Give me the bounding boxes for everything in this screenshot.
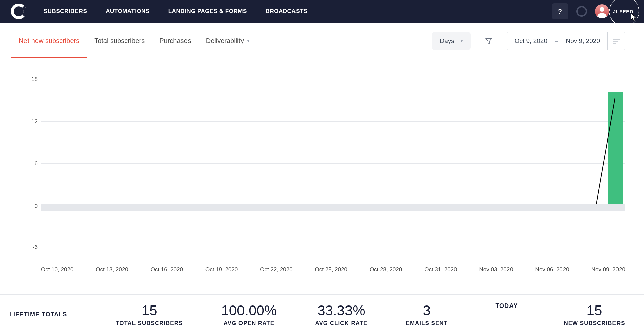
x-tick: Oct 22, 2020	[260, 266, 292, 273]
stat-avg-open-rate: 100.00% AVG OPEN RATE	[221, 302, 277, 327]
nav-automations[interactable]: AUTOMATIONS	[106, 8, 149, 15]
stat-emails-sent: 3 EMAILS SENT	[406, 302, 448, 327]
tab-deliverability-label: Deliverability	[206, 37, 244, 45]
gridline: 18	[41, 79, 625, 79]
nav-broadcasts[interactable]: BROADCASTS	[266, 8, 308, 15]
svg-rect-4	[613, 43, 616, 44]
stat-avg-click-rate: 33.33% AVG CLICK RATE	[315, 302, 367, 327]
stat-value: 33.33%	[315, 302, 367, 319]
nav-links: SUBSCRIBERS AUTOMATIONS LANDING PAGES & …	[44, 8, 552, 15]
loading-icon	[576, 6, 587, 17]
gridline: 12	[41, 121, 625, 122]
tab-deliverability[interactable]: Deliverability ▾	[206, 24, 249, 57]
stat-label: AVG CLICK RATE	[315, 320, 367, 327]
stat-value: 15	[564, 302, 625, 319]
feed-label: JI FEED	[613, 9, 633, 14]
stat-new-subscribers: 15 NEW SUBSCRIBERS	[564, 302, 625, 327]
x-tick: Oct 13, 2020	[96, 266, 128, 273]
date-separator: –	[555, 37, 558, 45]
y-tick: -6	[25, 244, 38, 251]
gridline: 6	[41, 163, 625, 164]
stat-label: TOTAL SUBSCRIBERS	[116, 320, 183, 327]
date-start: Oct 9, 2020	[507, 37, 555, 45]
help-button[interactable]: ?	[552, 3, 568, 19]
svg-line-5	[596, 98, 615, 204]
y-tick: 18	[25, 76, 38, 83]
nav-subscribers[interactable]: SUBSCRIBERS	[44, 8, 87, 15]
top-nav: SUBSCRIBERS AUTOMATIONS LANDING PAGES & …	[0, 0, 644, 23]
x-tick: Nov 06, 2020	[535, 266, 569, 273]
x-tick: Oct 19, 2020	[205, 266, 238, 273]
lifetime-stats: 15 TOTAL SUBSCRIBERS 100.00% AVG OPEN RA…	[97, 302, 467, 327]
line-segment	[596, 98, 615, 204]
logo-icon	[11, 4, 26, 19]
x-axis: Oct 10, 2020 Oct 13, 2020 Oct 16, 2020 O…	[41, 266, 625, 273]
sub-nav: Net new subscribers Total subscribers Pu…	[0, 23, 644, 59]
chevron-down-icon: ▾	[461, 39, 463, 43]
x-tick: Oct 25, 2020	[315, 266, 347, 273]
stat-label: EMAILS SENT	[406, 320, 448, 327]
toolbar-controls: Days ▾ Oct 9, 2020 – Nov 9, 2020	[432, 32, 625, 50]
chevron-down-icon: ▾	[247, 39, 249, 43]
sort-button[interactable]	[607, 32, 625, 50]
x-tick: Nov 09, 2020	[591, 266, 625, 273]
svg-rect-3	[613, 41, 618, 42]
today-label: TODAY	[495, 302, 518, 327]
app-logo[interactable]	[11, 3, 27, 19]
days-dropdown[interactable]: Days ▾	[432, 32, 470, 50]
x-tick: Oct 16, 2020	[151, 266, 183, 273]
nav-right: ? JI FEED	[552, 3, 633, 19]
filter-button[interactable]	[481, 32, 497, 50]
avatar-icon	[595, 4, 609, 18]
date-range-picker[interactable]: Oct 9, 2020 – Nov 9, 2020	[507, 32, 625, 50]
tab-total-subscribers[interactable]: Total subscribers	[94, 24, 145, 57]
y-tick: 6	[25, 160, 38, 167]
today-stats: TODAY 15 NEW SUBSCRIBERS	[467, 302, 635, 327]
stat-value: 15	[116, 302, 183, 319]
bars-icon	[613, 38, 620, 44]
stat-value: 100.00%	[221, 302, 277, 319]
stat-value: 3	[406, 302, 448, 319]
x-tick: Nov 03, 2020	[479, 266, 513, 273]
bar-track	[41, 204, 625, 211]
x-tick: Oct 28, 2020	[370, 266, 402, 273]
tab-purchases[interactable]: Purchases	[159, 24, 191, 57]
days-label: Days	[440, 37, 454, 45]
y-tick: 0	[25, 203, 38, 210]
tab-net-new-subscribers[interactable]: Net new subscribers	[19, 24, 79, 57]
nav-landing-pages-forms[interactable]: LANDING PAGES & FORMS	[168, 8, 247, 15]
stats-bar: LIFETIME TOTALS 15 TOTAL SUBSCRIBERS 100…	[0, 294, 644, 334]
x-tick: Oct 31, 2020	[424, 266, 457, 273]
tabs: Net new subscribers Total subscribers Pu…	[19, 24, 432, 57]
filter-icon	[485, 37, 492, 45]
stat-total-subscribers: 15 TOTAL SUBSCRIBERS	[116, 302, 183, 327]
lifetime-totals-label: LIFETIME TOTALS	[9, 311, 97, 318]
chart-canvas: 18 12 6 0 -6	[41, 79, 625, 247]
stat-label: NEW SUBSCRIBERS	[564, 320, 625, 327]
user-menu[interactable]: JI FEED	[595, 4, 633, 18]
svg-rect-2	[613, 39, 620, 40]
chart-area: 18 12 6 0 -6 Oct 10, 2020 Oct 13, 2020 O…	[0, 59, 644, 294]
x-tick: Oct 10, 2020	[41, 266, 73, 273]
stat-label: AVG OPEN RATE	[221, 320, 277, 327]
y-tick: 12	[25, 118, 38, 125]
date-end: Nov 9, 2020	[558, 37, 607, 45]
